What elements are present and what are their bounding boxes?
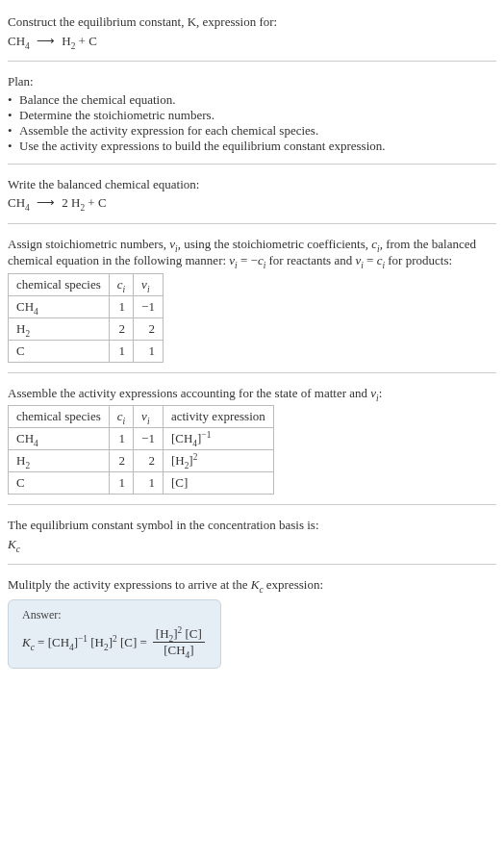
plan-item-text: Use the activity expressions to build th… <box>19 139 386 154</box>
fraction: [H2]2 [C] [CH4] <box>153 626 205 658</box>
cell-vi: 1 <box>134 340 164 362</box>
table-row: CH4 1 −1 [CH4]−1 <box>9 428 274 450</box>
stoich-section: Assign stoichiometric numbers, νi, using… <box>8 228 496 368</box>
table-row: C 1 1 [C] <box>9 472 274 495</box>
answer-label: Answer: <box>22 608 207 622</box>
stoich-intro: Assign stoichiometric numbers, νi, using… <box>8 236 496 269</box>
col-species: chemical species <box>9 273 110 295</box>
activity-intro: Assemble the activity expressions accoun… <box>8 385 496 402</box>
table-row: H2 2 2 <box>9 317 164 340</box>
cell-species: CH4 <box>9 295 110 317</box>
plan-item: •Determine the stoichiometric numbers. <box>8 108 496 123</box>
plan-title: Plan: <box>8 73 496 90</box>
stoich-table: chemical species ci νi CH4 1 −1 H2 2 2 C… <box>8 273 164 363</box>
section-divider <box>8 372 496 373</box>
bullet-icon: • <box>8 108 19 123</box>
cell-vi: 2 <box>134 317 164 340</box>
kc-expression: Kc = [CH4]−1 [H2]2 [C] = [H2]2 [C] [CH4] <box>22 626 207 658</box>
final-section: Mulitply the activity expressions to arr… <box>8 569 496 674</box>
plan-item: •Use the activity expressions to build t… <box>8 139 496 154</box>
balanced-equation: CH4 ⟶ 2 H2 + C <box>8 194 496 212</box>
symbol-intro: The equilibrium constant symbol in the c… <box>8 517 496 534</box>
table-row: H2 2 2 [H2]2 <box>9 450 274 472</box>
section-divider <box>8 164 496 165</box>
cell-ci: 2 <box>109 450 133 472</box>
col-species: chemical species <box>9 406 110 428</box>
plan-item-text: Determine the stoichiometric numbers. <box>19 108 214 123</box>
balanced-section: Write the balanced chemical equation: CH… <box>8 168 496 219</box>
col-ci: ci <box>109 273 133 295</box>
plan-item-text: Balance the chemical equation. <box>19 92 175 108</box>
col-activity: activity expression <box>163 406 273 428</box>
answer-box: Answer: Kc = [CH4]−1 [H2]2 [C] = [H2]2 [… <box>8 599 221 669</box>
cell-species: H2 <box>9 317 110 340</box>
table-row: CH4 1 −1 <box>9 295 164 317</box>
section-divider <box>8 564 496 565</box>
cell-vi: −1 <box>134 428 164 450</box>
plan-item-text: Assemble the activity expression for eac… <box>19 123 318 139</box>
balanced-intro: Write the balanced chemical equation: <box>8 176 496 193</box>
kc-lhs: Kc = [CH4]−1 [H2]2 [C] = <box>22 635 147 650</box>
bullet-icon: • <box>8 139 19 154</box>
bullet-icon: • <box>8 123 19 139</box>
section-divider <box>8 223 496 224</box>
cell-ci: 1 <box>109 428 133 450</box>
bullet-icon: • <box>8 92 19 108</box>
cell-species: H2 <box>9 450 110 472</box>
prompt-section: Construct the equilibrium constant, K, e… <box>8 6 496 57</box>
fraction-denominator: [CH4] <box>153 643 205 658</box>
plan-item: •Balance the chemical equation. <box>8 92 496 108</box>
cell-vi: 2 <box>134 450 164 472</box>
cell-ci: 1 <box>109 295 133 317</box>
cell-ci: 2 <box>109 317 133 340</box>
cell-vi: −1 <box>134 295 164 317</box>
table-row: C 1 1 <box>9 340 164 362</box>
cell-activity: [C] <box>163 472 273 495</box>
prompt-text: Construct the equilibrium constant, K, e… <box>8 13 496 31</box>
cell-species: C <box>9 340 110 362</box>
col-ci: ci <box>109 406 133 428</box>
activity-table: chemical species ci νi activity expressi… <box>8 405 274 495</box>
table-header-row: chemical species ci νi <box>9 273 164 295</box>
section-divider <box>8 61 496 62</box>
symbol-value: Kc <box>8 536 496 553</box>
cell-ci: 1 <box>109 340 133 362</box>
cell-species: C <box>9 472 110 495</box>
section-divider <box>8 504 496 505</box>
fraction-numerator: [H2]2 [C] <box>153 626 205 643</box>
cell-ci: 1 <box>109 472 133 495</box>
final-intro: Mulitply the activity expressions to arr… <box>8 576 496 594</box>
col-vi: νi <box>134 406 164 428</box>
cell-activity: [H2]2 <box>163 450 273 472</box>
table-header-row: chemical species ci νi activity expressi… <box>9 406 274 428</box>
cell-species: CH4 <box>9 428 110 450</box>
cell-activity: [CH4]−1 <box>163 428 273 450</box>
symbol-section: The equilibrium constant symbol in the c… <box>8 509 496 560</box>
plan-item: •Assemble the activity expression for ea… <box>8 123 496 139</box>
activity-section: Assemble the activity expressions accoun… <box>8 377 496 501</box>
cell-vi: 1 <box>134 472 164 495</box>
unbalanced-equation: CH4 ⟶ H2 + C <box>8 33 496 50</box>
plan-section: Plan: •Balance the chemical equation. •D… <box>8 65 496 160</box>
col-vi: νi <box>134 273 164 295</box>
